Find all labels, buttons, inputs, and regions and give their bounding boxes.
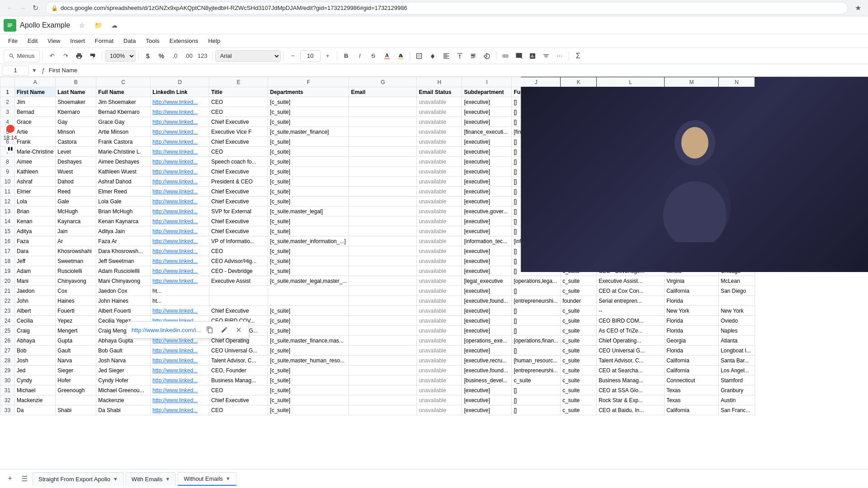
sheet-tab-2[interactable]: Without Emails ▼ xyxy=(178,472,236,486)
cell-row23-col9[interactable]: [] xyxy=(512,306,561,316)
cell-row22-col5[interactable] xyxy=(268,296,349,306)
menu-view[interactable]: View xyxy=(43,36,65,46)
search-menus-btn[interactable]: Menus xyxy=(4,50,40,62)
cell-row15-col2[interactable]: Aditya Jain xyxy=(96,226,151,236)
cell-row9-col6[interactable] xyxy=(349,167,417,177)
cell-row4-col4[interactable]: Chief Executive xyxy=(209,117,268,127)
cell-row13-col4[interactable]: SVP for External xyxy=(209,206,268,216)
percent-btn[interactable]: % xyxy=(155,50,168,62)
cell-row10-col8[interactable]: [executive] xyxy=(462,177,512,187)
cell-row11-col5[interactable]: [c_suite] xyxy=(268,187,349,197)
cell-row12-col8[interactable]: [executive] xyxy=(462,197,512,206)
cell-f1[interactable]: Departments xyxy=(268,87,349,97)
cell-row5-col6[interactable] xyxy=(349,127,417,137)
cell-row20-col1[interactable]: Chinyavong xyxy=(56,276,96,286)
cell-a1[interactable]: First Name xyxy=(15,87,56,97)
cell-row7-col2[interactable]: Marie-Christine L. xyxy=(96,147,151,157)
menu-extensions[interactable]: Extensions xyxy=(165,36,203,46)
comment-btn[interactable] xyxy=(513,50,525,62)
cell-row33-col11[interactable]: CEO at Baidu, In... xyxy=(597,405,665,415)
row-num-21[interactable]: 21 xyxy=(0,286,15,296)
cell-row23-col4[interactable]: Chief Executive xyxy=(209,306,268,316)
menu-edit[interactable]: Edit xyxy=(23,36,42,46)
cell-row13-col0[interactable]: Brian xyxy=(15,206,56,216)
cell-row5-col2[interactable]: Artie Minson xyxy=(96,127,151,137)
cell-row2-col4[interactable]: CEO xyxy=(209,97,268,107)
cell-row26-col6[interactable] xyxy=(349,336,417,346)
menu-insert[interactable]: Insert xyxy=(66,36,90,46)
cell-row24-col5[interactable]: [c_suite] xyxy=(268,316,349,326)
cell-row23-col1[interactable]: Fouerti xyxy=(56,306,96,316)
cell-row32-col0[interactable]: Mackenzie xyxy=(15,395,56,405)
row-num-14[interactable]: 14 xyxy=(0,216,15,226)
cell-row27-col2[interactable]: Bob Gault xyxy=(96,346,151,356)
cell-row8-col8[interactable]: [executive] xyxy=(462,157,512,167)
cell-row21-col13[interactable]: San Diego xyxy=(719,286,755,296)
recording-pause-btn[interactable]: ▮▮ xyxy=(5,143,16,154)
add-sheet-btn[interactable]: + xyxy=(4,473,16,485)
cell-row17-col0[interactable]: Dara xyxy=(15,246,56,256)
cell-row31-col10[interactable]: c_suite xyxy=(561,385,597,395)
cell-row11-col7[interactable]: unavailable xyxy=(417,187,462,197)
col-header-c[interactable]: C xyxy=(96,77,151,87)
cell-g1[interactable]: Email xyxy=(349,87,417,97)
row-num-30[interactable]: 30 xyxy=(0,375,15,385)
cell-row29-col10[interactable]: c_suite xyxy=(561,366,597,375)
cell-row21-col12[interactable]: California xyxy=(665,286,719,296)
cell-row29-col1[interactable]: Sieger xyxy=(56,366,96,375)
cell-row15-col6[interactable] xyxy=(349,226,417,236)
cell-row8-col2[interactable]: Aimee Deshayes xyxy=(96,157,151,167)
cell-row33-col3[interactable]: http://www.linked... xyxy=(151,405,209,415)
cell-row11-col6[interactable] xyxy=(349,187,417,197)
cell-row33-col6[interactable] xyxy=(349,405,417,415)
cell-row33-col8[interactable]: [executive] xyxy=(462,405,512,415)
row-num-31[interactable]: 31 xyxy=(0,385,15,395)
cell-row18-col5[interactable]: [c_suite] xyxy=(268,256,349,266)
zoom-selector[interactable]: 100% 75% 125% xyxy=(105,50,136,62)
cell-row11-col4[interactable]: Chief Executive xyxy=(209,187,268,197)
cell-row6-col4[interactable]: Chief Executive xyxy=(209,137,268,147)
cell-row31-col8[interactable]: [executive] xyxy=(462,385,512,395)
cell-row25-col8[interactable]: [executive] xyxy=(462,326,512,336)
cell-row28-col11[interactable]: Talent Advisor, C... xyxy=(597,356,665,366)
cell-row5-col7[interactable]: unavailable xyxy=(417,127,462,137)
cell-row27-col6[interactable] xyxy=(349,346,417,356)
cell-row21-col9[interactable]: [] xyxy=(512,286,561,296)
row-num-28[interactable]: 28 xyxy=(0,356,15,366)
cell-row2-col3[interactable]: http://www.linked... xyxy=(151,97,209,107)
cell-row4-col6[interactable] xyxy=(349,117,417,127)
row-num-17[interactable]: 17 xyxy=(0,246,15,256)
cell-row19-col5[interactable]: [c_suite] xyxy=(268,266,349,276)
cell-row16-col0[interactable]: Faza xyxy=(15,236,56,246)
cell-row8-col6[interactable] xyxy=(349,157,417,167)
cell-row33-col13[interactable]: San Franc... xyxy=(719,405,755,415)
borders-btn[interactable] xyxy=(413,50,425,62)
cell-row24-col0[interactable]: Cecilia xyxy=(15,316,56,326)
cell-row9-col7[interactable]: unavailable xyxy=(417,167,462,177)
cell-row3-col2[interactable]: Bernad Kbernaro xyxy=(96,107,151,117)
cell-row2-col1[interactable]: Shoemaker xyxy=(56,97,96,107)
col-header-i[interactable]: I xyxy=(462,77,512,87)
cell-row32-col10[interactable]: c_suite xyxy=(561,395,597,405)
cell-row13-col2[interactable]: Brian McHugh xyxy=(96,206,151,216)
cell-row26-col5[interactable]: [c_suite,master_finance,mas... xyxy=(268,336,349,346)
row-num-3[interactable]: 3 xyxy=(0,107,15,117)
cell-row7-col8[interactable]: [executive] xyxy=(462,147,512,157)
chart-btn[interactable] xyxy=(526,50,539,62)
cell-row23-col10[interactable]: c_suite xyxy=(561,306,597,316)
cell-row32-col11[interactable]: Rock Star & Exp... xyxy=(597,395,665,405)
cell-row10-col4[interactable]: President & CEO xyxy=(209,177,268,187)
cell-row8-col0[interactable]: Aimee xyxy=(15,157,56,167)
cell-row20-col3[interactable]: http://www.linked... xyxy=(151,276,209,286)
cell-row2-col6[interactable] xyxy=(349,97,417,107)
row-num-29[interactable]: 29 xyxy=(0,366,15,375)
cell-row10-col5[interactable]: [c_suite] xyxy=(268,177,349,187)
cell-row22-col1[interactable]: Haines xyxy=(56,296,96,306)
cell-row20-col12[interactable]: Virginia xyxy=(665,276,719,286)
sheet-tab-0[interactable]: Straight From Export Apollo ▼ xyxy=(33,472,124,486)
cell-row29-col13[interactable]: Los Angel... xyxy=(719,366,755,375)
cell-row30-col2[interactable]: Cyndy Hofer xyxy=(96,375,151,385)
cell-row31-col11[interactable]: CEO at SSA Glo... xyxy=(597,385,665,395)
cell-row27-col9[interactable]: [] xyxy=(512,346,561,356)
menu-format[interactable]: Format xyxy=(90,36,118,46)
